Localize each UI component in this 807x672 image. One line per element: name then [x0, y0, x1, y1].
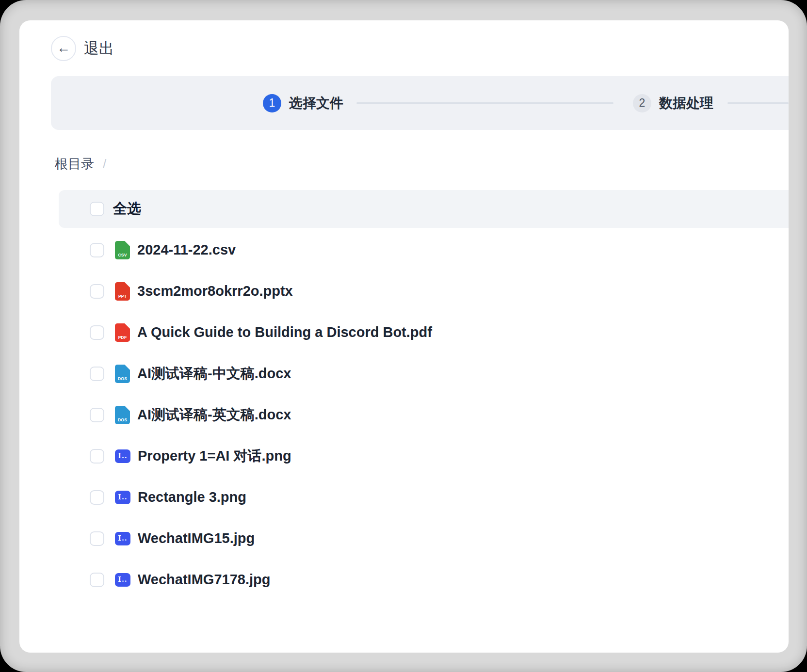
breadcrumb: 根目录 / [55, 155, 106, 173]
file-type-icon: CSV [115, 241, 130, 259]
select-all-checkbox[interactable] [90, 202, 104, 216]
file-row[interactable]: PPT 3scm2mor8okrr2o.pptx [59, 271, 789, 312]
file-type-icon: I.. [115, 449, 130, 463]
file-row[interactable]: DOS AI测试译稿-英文稿.docx [59, 394, 789, 435]
file-row[interactable]: I.. WechatIMG7178.jpg [59, 559, 789, 600]
file-row[interactable]: I.. WechatIMG15.jpg [59, 518, 789, 559]
dialog-card: ← 退出 1 选择文件 2 数据处理 根目录 / 全选 [19, 20, 789, 653]
file-row[interactable]: PDF A Quick Guide to Building a Discord … [59, 312, 789, 353]
breadcrumb-root[interactable]: 根目录 [55, 155, 94, 173]
file-type-icon: DOS [115, 365, 130, 383]
file-checkbox[interactable] [90, 531, 104, 546]
file-type-badge: I.. [118, 452, 127, 459]
step-select-files: 1 选择文件 [263, 76, 343, 130]
step-connector-line-2 [727, 102, 789, 104]
file-checkbox[interactable] [90, 490, 104, 505]
file-type-badge: DOS [118, 377, 127, 381]
file-name: Property 1=AI 对话.png [138, 447, 291, 466]
file-type-badge: PPT [118, 294, 127, 299]
breadcrumb-separator: / [103, 157, 106, 172]
file-type-icon: I.. [115, 573, 130, 587]
file-name: AI测试译稿-中文稿.docx [137, 364, 291, 384]
file-name: A Quick Guide to Building a Discord Bot.… [137, 324, 432, 340]
file-type-badge: CSV [118, 253, 127, 257]
file-name: 2024-11-22.csv [137, 242, 236, 258]
file-row[interactable]: DOS AI测试译稿-中文稿.docx [59, 353, 789, 394]
file-type-badge: I.. [118, 576, 127, 583]
file-name: Rectangle 3.png [138, 489, 246, 505]
file-row[interactable]: CSV 2024-11-22.csv [59, 229, 789, 271]
file-type-icon: PPT [115, 282, 130, 301]
file-rows: CSV 2024-11-22.csv PPT 3scm2mor8okrr2o.p… [59, 228, 789, 600]
file-checkbox[interactable] [90, 449, 104, 464]
file-checkbox[interactable] [90, 243, 104, 257]
file-type-badge: I.. [118, 535, 127, 542]
file-checkbox[interactable] [90, 284, 104, 299]
step-data-processing: 2 数据处理 [633, 76, 713, 130]
file-row[interactable]: I.. Property 1=AI 对话.png [59, 435, 789, 477]
exit-row: ← 退出 [51, 36, 114, 61]
select-all-row: 全选 [59, 190, 789, 228]
step-2-number-badge: 2 [633, 94, 651, 112]
file-type-icon: PDF [115, 323, 130, 342]
file-checkbox[interactable] [90, 573, 104, 587]
file-list: 全选 CSV 2024-11-22.csv PPT 3scm2mor8okrr2… [59, 190, 789, 600]
stepper-bar: 1 选择文件 2 数据处理 [51, 76, 789, 130]
step-1-number-badge: 1 [263, 94, 281, 112]
file-type-badge: I.. [118, 494, 127, 500]
back-button[interactable]: ← [51, 36, 76, 61]
file-type-icon: I.. [115, 532, 130, 545]
file-row[interactable]: I.. Rectangle 3.png [59, 477, 789, 518]
file-type-badge: DOS [118, 418, 127, 422]
exit-label[interactable]: 退出 [84, 38, 114, 59]
file-checkbox[interactable] [90, 325, 104, 340]
file-type-icon: DOS [115, 406, 130, 424]
file-checkbox[interactable] [90, 408, 104, 422]
select-all-label: 全选 [113, 199, 141, 219]
file-name: AI测试译稿-英文稿.docx [137, 405, 291, 425]
step-connector-line-1 [356, 102, 613, 104]
step-2-label: 数据处理 [659, 94, 713, 112]
file-checkbox[interactable] [90, 367, 104, 381]
file-type-icon: I.. [115, 491, 130, 504]
back-arrow-icon: ← [57, 41, 70, 55]
file-name: WechatIMG7178.jpg [138, 572, 270, 588]
screen: ← 退出 1 选择文件 2 数据处理 根目录 / 全选 [0, 0, 807, 672]
file-name: 3scm2mor8okrr2o.pptx [137, 283, 293, 299]
file-name: WechatIMG15.jpg [138, 530, 255, 546]
step-1-label: 选择文件 [289, 94, 343, 112]
file-type-badge: PDF [118, 336, 127, 340]
